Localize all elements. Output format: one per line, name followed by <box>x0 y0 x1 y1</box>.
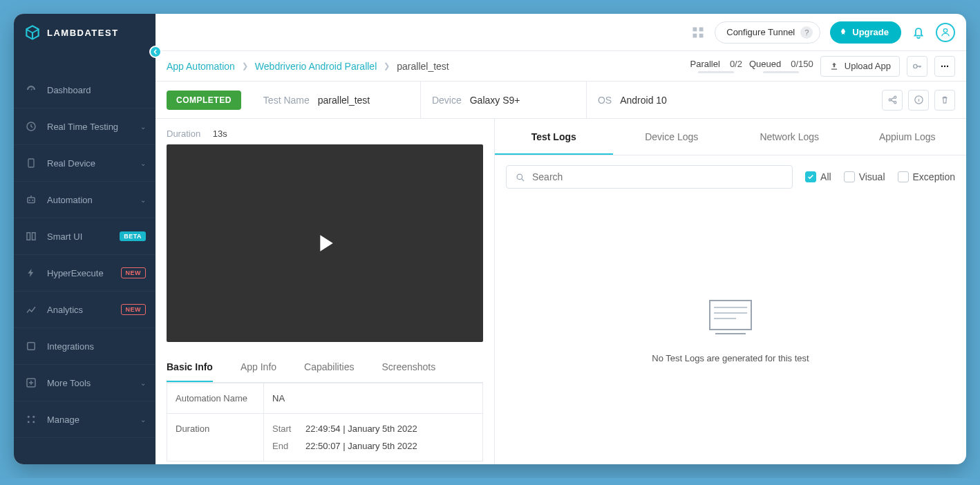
svg-point-19 <box>941 65 943 66</box>
chevron-down-icon: ⌄ <box>140 196 146 204</box>
empty-state: No Test Logs are generated for this test <box>495 198 966 464</box>
sidebar-item-smartui[interactable]: Smart UI BETA <box>14 218 156 255</box>
sidebar-item-integrations[interactable]: Integrations <box>14 328 156 365</box>
counter-value: 0/150 <box>791 59 813 69</box>
table-row: Automation Name NA <box>167 383 482 413</box>
filter-label: All <box>820 171 831 182</box>
chevron-down-icon: ⌄ <box>140 416 146 424</box>
sidebar-item-label: HyperExecute <box>47 268 104 278</box>
checkbox-icon <box>898 171 909 182</box>
svg-rect-13 <box>693 27 697 31</box>
parallel-counter: Parallel0/2 <box>690 59 742 73</box>
upload-app-button[interactable]: Upload App <box>820 56 900 77</box>
chart-icon <box>23 302 39 317</box>
share-button[interactable] <box>882 90 903 111</box>
left-pane: Duration 13s Basic Info App Info Capabil… <box>156 119 494 464</box>
upload-icon <box>829 61 839 71</box>
tab-basic-info[interactable]: Basic Info <box>167 353 213 382</box>
filter-visual[interactable]: Visual <box>844 171 885 182</box>
svg-point-4 <box>32 200 33 201</box>
chevron-right-icon: ❯ <box>242 61 248 70</box>
chevron-down-icon: ⌄ <box>140 160 146 167</box>
notifications-icon[interactable] <box>911 25 926 40</box>
clock-icon <box>23 119 39 134</box>
sidebar-item-label: Analytics <box>47 305 83 315</box>
log-filter-row: All Visual Exception <box>495 155 966 198</box>
tab-appium-logs[interactable]: Appium Logs <box>849 119 967 155</box>
meta-bar: COMPLETED Test Name parallel_test Device… <box>156 82 966 119</box>
search-input[interactable] <box>532 171 784 182</box>
svg-point-3 <box>29 200 30 201</box>
search-icon <box>515 172 525 182</box>
svg-rect-16 <box>699 33 704 37</box>
breadcrumb-link[interactable]: App Automation <box>167 61 235 72</box>
sidebar-item-moretools[interactable]: More Tools ⌄ <box>14 365 156 401</box>
svg-point-26 <box>517 174 522 180</box>
configure-tunnel-button[interactable]: Configure Tunnel ? <box>715 21 820 44</box>
collapse-sidebar-button[interactable] <box>149 46 162 58</box>
svg-point-9 <box>28 416 30 418</box>
plus-square-icon <box>23 375 39 390</box>
counter-label: Parallel <box>690 59 720 69</box>
sidebar-item-dashboard[interactable]: Dashboard <box>14 72 156 108</box>
counter-label: Queued <box>749 59 781 69</box>
key-button[interactable] <box>907 56 927 77</box>
panels-icon <box>23 229 39 244</box>
checkbox-icon <box>844 171 855 182</box>
upgrade-label: Upgrade <box>852 27 889 37</box>
search-box[interactable] <box>506 165 793 189</box>
sidebar-item-automation[interactable]: Automation ⌄ <box>14 182 156 218</box>
sidebar-item-analytics[interactable]: Analytics NEW <box>14 292 156 328</box>
user-avatar[interactable] <box>936 23 955 42</box>
counter-value: 0/2 <box>730 59 742 69</box>
document-icon <box>706 299 755 335</box>
breadcrumb-bar: App Automation ❯ Webdriverio Android Par… <box>156 51 966 82</box>
status-badge: COMPLETED <box>167 91 241 110</box>
brand-row: LAMBDATEST <box>14 14 156 51</box>
row-value: Start22:49:54 | January 5th 2022 End22:5… <box>264 414 482 461</box>
apps-grid-icon[interactable] <box>691 26 705 39</box>
device-cell: Device Galaxy S9+ <box>421 82 587 118</box>
row-key: Automation Name <box>167 383 264 413</box>
tab-network-logs[interactable]: Network Logs <box>731 119 849 155</box>
svg-point-17 <box>943 28 947 32</box>
svg-point-20 <box>944 65 945 66</box>
tab-device-logs[interactable]: Device Logs <box>613 119 731 155</box>
content-split: Duration 13s Basic Info App Info Capabil… <box>156 119 966 464</box>
sidebar-item-label: Integrations <box>47 341 94 352</box>
more-button[interactable] <box>934 56 955 77</box>
beta-badge: BETA <box>120 231 146 241</box>
sidebar-item-hyperexecute[interactable]: HyperExecute NEW <box>14 255 156 292</box>
brand-logo-icon <box>23 23 41 41</box>
sidebar-item-realtime[interactable]: Real Time Testing ⌄ <box>14 108 156 145</box>
new-badge: NEW <box>121 304 147 315</box>
filter-label: Visual <box>859 171 885 182</box>
tab-app-info[interactable]: App Info <box>241 353 276 382</box>
right-pane: Test Logs Device Logs Network Logs Appiu… <box>494 119 966 464</box>
chevron-right-icon: ❯ <box>384 61 390 70</box>
tab-test-logs[interactable]: Test Logs <box>495 119 613 155</box>
tab-capabilities[interactable]: Capabilities <box>304 353 354 382</box>
chevron-down-icon: ⌄ <box>140 379 146 387</box>
table-row: Duration Start22:49:54 | January 5th 202… <box>167 413 482 461</box>
meta-value: parallel_test <box>318 95 370 106</box>
play-icon <box>311 229 339 257</box>
sidebar-nav: Dashboard Real Time Testing ⌄ Real Devic… <box>14 51 156 438</box>
breadcrumb-link[interactable]: Webdriverio Android Parallel <box>255 61 377 72</box>
help-icon: ? <box>800 26 813 39</box>
breadcrumb-current: parallel_test <box>397 61 449 72</box>
grid-icon <box>23 412 39 427</box>
row-key: Duration <box>167 414 264 461</box>
log-tabs: Test Logs Device Logs Network Logs Appiu… <box>495 119 966 155</box>
upgrade-button[interactable]: Upgrade <box>830 21 901 44</box>
delete-button[interactable] <box>934 90 955 111</box>
filter-all[interactable]: All <box>805 171 831 182</box>
filter-exception[interactable]: Exception <box>898 171 955 182</box>
info-button[interactable] <box>908 90 929 111</box>
sidebar-item-realdevice[interactable]: Real Device ⌄ <box>14 145 156 182</box>
os-cell: OS Android 10 <box>587 82 725 118</box>
tab-screenshots[interactable]: Screenshots <box>381 353 435 382</box>
video-player[interactable] <box>167 144 483 342</box>
sidebar-item-manage[interactable]: Manage ⌄ <box>14 401 156 438</box>
start-label: Start <box>272 424 305 434</box>
